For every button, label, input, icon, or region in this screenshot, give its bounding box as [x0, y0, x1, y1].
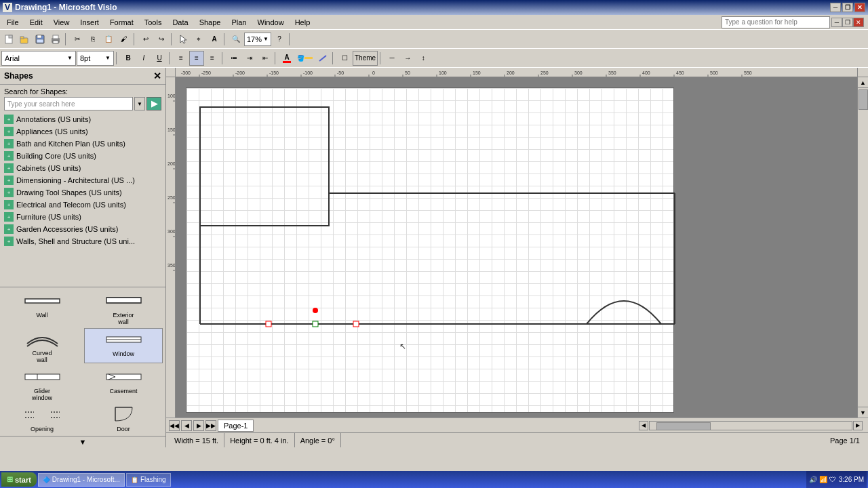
start-button[interactable]: ⊞ start	[1, 472, 37, 487]
thumb-exterior-wall[interactable]: Exterior wall	[84, 290, 163, 325]
line-color-button[interactable]	[315, 51, 330, 66]
zoom-btn[interactable]: 🔍	[229, 32, 243, 47]
restore-inner[interactable]: ❐	[842, 18, 853, 27]
tray-time: 3:26 PM	[839, 476, 864, 483]
menu-window[interactable]: Window	[252, 17, 290, 28]
scroll-right-button[interactable]: ▶	[853, 421, 863, 430]
menu-help[interactable]: Help	[290, 17, 316, 28]
page-first-button[interactable]: ◀◀	[169, 420, 180, 431]
menu-tools[interactable]: Tools	[139, 17, 167, 28]
close-inner[interactable]: ✕	[853, 18, 864, 27]
save-button[interactable]	[33, 32, 47, 47]
pointer-button[interactable]	[176, 32, 191, 47]
menu-edit[interactable]: Edit	[24, 17, 48, 28]
shapes-search-row: Type your search here ▼ ▶	[4, 97, 161, 110]
canvas-viewport[interactable]: ↖ ▲ ▼	[176, 77, 868, 418]
align-center-button[interactable]: ≡	[189, 51, 204, 66]
bullets-button[interactable]: ≔	[226, 51, 241, 66]
font-size-dropdown[interactable]: 8pt ▼	[77, 51, 114, 66]
scroll-up-button[interactable]: ▲	[858, 77, 868, 88]
thumb-door[interactable]: Door	[84, 404, 163, 432]
new-button[interactable]	[1, 32, 16, 47]
align-right-button[interactable]: ≡	[205, 51, 220, 66]
page-prev-button[interactable]: ◀	[181, 420, 192, 431]
print-button[interactable]	[48, 32, 63, 47]
shape-category-cabinets[interactable]: + Cabinets (US units)	[0, 162, 165, 174]
thumb-window[interactable]: Window	[84, 328, 163, 363]
scroll-down-button[interactable]: ▼	[858, 407, 868, 418]
minimize-inner[interactable]: ─	[831, 18, 842, 27]
theme-button[interactable]: Theme	[353, 51, 378, 66]
help-button[interactable]: ?	[272, 32, 287, 47]
underline-button[interactable]: U	[152, 51, 167, 66]
shapes-close-button[interactable]: ✕	[153, 70, 161, 81]
scroll-track-h[interactable]	[649, 421, 852, 430]
help-search-input[interactable]	[722, 16, 830, 28]
align-left-button[interactable]: ≡	[174, 51, 189, 66]
thumb-wall[interactable]: Wall	[3, 290, 81, 325]
shape-category-dimensioning[interactable]: + Dimensioning - Architectural (US ...)	[0, 174, 165, 186]
bold-button[interactable]: B	[121, 51, 136, 66]
shapes-search-dropdown-btn[interactable]: ▼	[134, 97, 145, 110]
menu-file[interactable]: File	[1, 17, 24, 28]
copy-button[interactable]: ⎘	[85, 32, 100, 47]
paste-button[interactable]: 📋	[101, 32, 116, 47]
font-color-button[interactable]: A	[279, 51, 294, 66]
shape-category-annotations[interactable]: + Annotations (US units)	[0, 113, 165, 125]
restore-button[interactable]: ❐	[842, 3, 853, 12]
menu-format[interactable]: Format	[104, 17, 139, 28]
close-button[interactable]: ✕	[854, 3, 865, 12]
thumb-casement[interactable]: Casement	[84, 366, 163, 401]
italic-button[interactable]: I	[136, 51, 151, 66]
shapes-scroll-down[interactable]: ▼	[0, 436, 165, 447]
format-painter-button[interactable]: 🖌	[117, 32, 132, 47]
page-tab[interactable]: Page-1	[218, 420, 254, 432]
increase-indent-button[interactable]: ⇥	[242, 51, 257, 66]
shape-category-furniture[interactable]: + Furniture (US units)	[0, 211, 165, 223]
shape-category-building[interactable]: + Building Core (US units)	[0, 150, 165, 162]
undo-button[interactable]: ↩	[138, 32, 153, 47]
minimize-button[interactable]: ─	[830, 3, 841, 12]
connector-style-button[interactable]: ↕	[416, 51, 431, 66]
line-style-button[interactable]: ─	[384, 51, 399, 66]
menu-view[interactable]: View	[48, 17, 75, 28]
zoom-level[interactable]: 17% ▼	[244, 33, 271, 46]
cut-button[interactable]: ✂	[70, 32, 85, 47]
shadow-button[interactable]: ☐	[337, 51, 352, 66]
shape-category-appliances[interactable]: + Appliances (US units)	[0, 125, 165, 138]
scroll-thumb-v[interactable]	[859, 89, 868, 110]
menu-shape[interactable]: Shape	[194, 17, 226, 28]
thumb-opening[interactable]: Opening	[3, 404, 81, 432]
shape-category-drawing[interactable]: + Drawing Tool Shapes (US units)	[0, 186, 165, 199]
text-button[interactable]: A	[207, 32, 222, 47]
fill-color-button[interactable]: 🪣	[295, 51, 315, 66]
canvas-area[interactable]: -300 -250 -200 -150 -100 -50 0 50	[166, 68, 868, 447]
shape-category-garden[interactable]: + Garden Accessories (US units)	[0, 223, 165, 235]
thumb-glider-window[interactable]: Glider window	[3, 366, 81, 401]
shape-category-bath[interactable]: + Bath and Kitchen Plan (US units)	[0, 138, 165, 150]
scroll-left-button[interactable]: ◀	[639, 421, 648, 430]
page-next-button[interactable]: ▶	[193, 420, 204, 431]
shapes-search-input[interactable]: Type your search here	[4, 97, 133, 110]
svg-text:-150: -150	[269, 70, 279, 75]
vertical-scrollbar[interactable]: ▲ ▼	[857, 77, 868, 418]
decrease-indent-button[interactable]: ⇤	[258, 51, 273, 66]
font-name-dropdown[interactable]: Arial ▼	[1, 51, 76, 66]
shapes-search-go-button[interactable]: ▶	[146, 97, 161, 110]
connector-button[interactable]: ⌖	[191, 32, 206, 47]
scroll-thumb-h[interactable]	[656, 422, 711, 430]
scroll-track-v[interactable]	[858, 88, 868, 407]
taskbar-item-visio[interactable]: 🔷 Drawing1 - Microsoft...	[38, 473, 125, 487]
thumb-curved-wall[interactable]: Curved wall	[3, 328, 81, 363]
redo-button[interactable]: ↪	[154, 32, 169, 47]
shape-category-walls[interactable]: + Walls, Shell and Structure (US uni...	[0, 235, 165, 247]
page-last-button[interactable]: ▶▶	[205, 420, 216, 431]
menu-plan[interactable]: Plan	[226, 17, 252, 28]
taskbar-item-flashing[interactable]: 📋 Flashing	[126, 473, 171, 487]
menu-data[interactable]: Data	[167, 17, 193, 28]
shape-category-electrical[interactable]: + Electrical and Telecom (US units)	[0, 199, 165, 211]
open-button[interactable]	[17, 32, 32, 47]
line-ends-button[interactable]: →	[400, 51, 415, 66]
menu-insert[interactable]: Insert	[75, 17, 104, 28]
canvas-page[interactable]	[186, 87, 674, 413]
